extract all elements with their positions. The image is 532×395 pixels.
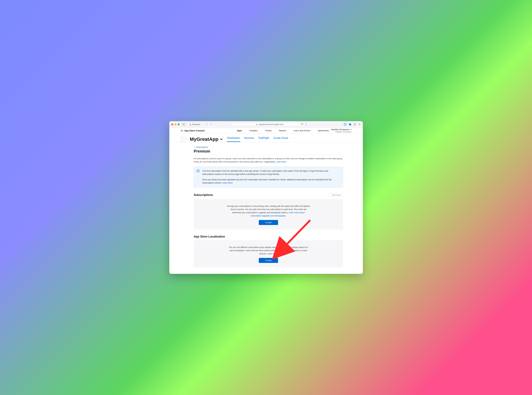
- tab-distribution[interactable]: Distribution: [227, 137, 240, 142]
- nav-users[interactable]: Users and Access: [294, 129, 310, 132]
- extension-icon[interactable]: [349, 123, 352, 126]
- lock-icon: [256, 123, 258, 125]
- toolbar-right: [344, 123, 361, 126]
- edit-order-button[interactable]: Edit Order: [330, 193, 343, 197]
- nav-trends[interactable]: Trends: [265, 129, 272, 132]
- window-controls[interactable]: [171, 123, 179, 125]
- localization-panel: You can use different subscription group…: [194, 240, 343, 267]
- info-icon: [196, 169, 200, 172]
- close-window-icon[interactable]: [171, 123, 173, 125]
- download-icon[interactable]: [344, 123, 347, 126]
- asc-nav: Apps Analytics Trends Reports Users and …: [237, 129, 329, 132]
- translate-icon[interactable]: あ: [301, 123, 304, 125]
- chevron-right-icon: [210, 123, 212, 125]
- info-callout: Your first subscription must be submitte…: [194, 167, 343, 187]
- info-learn-more-link[interactable]: Learn More: [222, 182, 233, 184]
- svg-point-7: [344, 123, 346, 126]
- subscriptions-body: Arrange your subscriptions in descending…: [227, 205, 310, 217]
- svg-point-9: [350, 124, 350, 125]
- svg-rect-14: [198, 170, 198, 171]
- profile-chip[interactable]: Personal: [188, 122, 203, 126]
- breadcrumb-label: Subscriptions: [196, 146, 208, 148]
- create-localization-button[interactable]: Create: [259, 258, 278, 263]
- localization-header: App Store Localization: [194, 235, 343, 238]
- chevron-left-icon: [206, 123, 207, 125]
- tab-xcodecloud[interactable]: Xcode Cloud: [273, 137, 288, 142]
- asc-brand-label: App Store Connect: [185, 129, 205, 132]
- app-tabs: Distribution Services TestFlight Xcode C…: [227, 137, 288, 142]
- intro-text: All subscriptions must be a part of a gr…: [194, 157, 343, 164]
- share-icon[interactable]: [354, 123, 356, 126]
- chevron-down-icon: [350, 129, 352, 130]
- chevron-down-icon: [201, 124, 202, 125]
- page-title: Premium: [194, 149, 343, 154]
- info-p1: Your first subscription must be submitte…: [202, 169, 340, 176]
- user-sub-label: Vladislav Smolyanoy: [331, 131, 352, 133]
- breadcrumb[interactable]: Subscriptions: [194, 146, 343, 148]
- localization-heading: App Store Localization: [194, 235, 225, 238]
- address-url: appstoreconnect.apple.com: [259, 123, 283, 126]
- loc-learn-more-link[interactable]: Learn More: [267, 253, 277, 255]
- localization-body: You can use different subscription group…: [227, 246, 310, 255]
- address-bar[interactable]: appstoreconnect.apple.com あ: [231, 122, 308, 126]
- browser-window: Personal appstoreconnect.apple.com あ: [169, 121, 363, 274]
- reload-icon[interactable]: [305, 123, 307, 125]
- sidebar-toggle-button[interactable]: [181, 122, 186, 126]
- back-button[interactable]: [205, 123, 208, 126]
- appstore-logo-icon: [180, 129, 183, 132]
- app-name-label: MyGreatApp: [190, 137, 218, 142]
- intro-body: All subscriptions must be a part of a gr…: [194, 158, 343, 163]
- nav-agreements[interactable]: Agreements: [318, 129, 329, 132]
- person-icon: [189, 123, 191, 125]
- tab-testflight[interactable]: TestFlight: [258, 137, 269, 142]
- profile-label: Personal: [192, 123, 200, 126]
- nav-analytics[interactable]: Analytics: [250, 129, 258, 132]
- maximize-window-icon[interactable]: [178, 123, 179, 125]
- nav-apps[interactable]: Apps: [237, 129, 242, 132]
- svg-point-13: [198, 170, 198, 170]
- svg-rect-8: [349, 124, 351, 125]
- nav-reports[interactable]: Reports: [279, 129, 286, 132]
- chevron-left-icon: [194, 147, 195, 148]
- svg-point-10: [350, 124, 351, 125]
- chevron-down-icon: [220, 137, 223, 141]
- asc-user-menu[interactable]: Vladislav Smolyanoy Vladislav Smolyanoy: [331, 128, 352, 133]
- create-subscription-button[interactable]: Create: [259, 220, 278, 225]
- app-bar: MyGreatApp Distribution Services TestFli…: [169, 134, 363, 143]
- minimize-window-icon[interactable]: [174, 123, 176, 125]
- divider: [194, 155, 343, 155]
- new-tab-icon[interactable]: [358, 123, 361, 126]
- svg-point-2: [190, 124, 190, 124]
- nav-arrows: [205, 123, 213, 126]
- subscriptions-heading: Subscriptions: [194, 193, 213, 197]
- svg-rect-0: [183, 123, 185, 125]
- svg-rect-3: [256, 124, 258, 125]
- info-p2: Once your binary has been uploaded and y…: [202, 178, 340, 185]
- asc-brand[interactable]: App Store Connect: [180, 129, 205, 132]
- sidebar-icon: [183, 123, 185, 126]
- info-p2-body: Once your binary has been uploaded and y…: [202, 179, 331, 184]
- subscriptions-panel: Arrange your subscriptions in descending…: [194, 199, 343, 230]
- svg-text:あ: あ: [301, 123, 302, 125]
- app-icon-placeholder: [180, 136, 187, 142]
- main-content: Subscriptions Premium All subscriptions …: [178, 143, 354, 274]
- forward-button[interactable]: [209, 123, 213, 126]
- browser-toolbar: Personal appstoreconnect.apple.com あ: [169, 121, 363, 128]
- subscriptions-header: Subscriptions Edit Order: [194, 193, 343, 197]
- intro-learn-more-link[interactable]: Learn More: [276, 161, 286, 163]
- user-main-label: Vladislav Smolyanoy: [331, 128, 349, 131]
- app-name-dropdown[interactable]: MyGreatApp: [190, 137, 223, 142]
- asc-header: App Store Connect Apps Analytics Trends …: [169, 128, 363, 134]
- tab-services[interactable]: Services: [244, 137, 254, 142]
